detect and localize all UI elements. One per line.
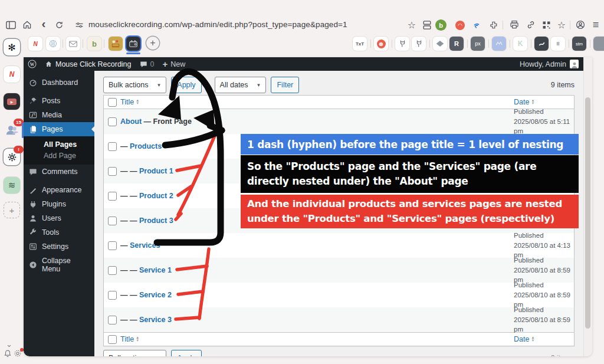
fork-tab-1[interactable] (395, 37, 409, 51)
sidebar-item-settings[interactable]: Settings (24, 240, 94, 254)
row-checkbox[interactable] (108, 316, 117, 324)
bookmark-all-icon[interactable]: ☆ (556, 19, 567, 31)
row-checkbox[interactable] (108, 192, 117, 201)
copy-link-icon[interactable] (525, 19, 537, 31)
row-checkbox[interactable] (108, 291, 117, 300)
print-icon[interactable] (508, 19, 520, 31)
chevron-down-icon[interactable]: ⌄ (6, 340, 12, 349)
settings-gear-icon[interactable] (14, 349, 22, 360)
row-checkbox[interactable] (108, 241, 117, 250)
pause-tab[interactable]: II (551, 37, 565, 51)
extension-orange-icon[interactable]: ◠ (455, 21, 465, 30)
people-dock-icon[interactable]: 15 (4, 122, 20, 138)
dates-filter-select[interactable]: All dates▼ (215, 77, 267, 93)
extensions-puzzle-icon[interactable] (487, 19, 499, 31)
sidebar-item-tools[interactable]: Tools (24, 225, 94, 240)
bookmark-star-icon[interactable]: ☆ (406, 19, 418, 31)
scrollbar-thumb[interactable] (585, 97, 590, 329)
spotify-dock-icon[interactable]: ≋ (4, 177, 20, 194)
page-title-link[interactable]: Product 3 (139, 217, 173, 225)
row-checkbox[interactable] (108, 217, 117, 225)
wp-logo-menu[interactable]: W (24, 57, 41, 71)
row-checkbox[interactable] (108, 117, 117, 126)
sidebar-item-pages[interactable]: Pages (24, 122, 94, 136)
px-tab[interactable]: px (471, 37, 485, 51)
page-title-link[interactable]: Product 1 (139, 167, 173, 175)
blue-app-tab[interactable] (492, 37, 506, 51)
diamond-tab[interactable] (433, 37, 447, 51)
squiggle-tab[interactable] (534, 37, 549, 51)
youtube-dock-icon[interactable]: ▶ (4, 93, 20, 110)
account-menu[interactable]: Howdy, Admin (520, 60, 583, 68)
row-checkbox[interactable] (108, 266, 117, 275)
submenu-add-page[interactable]: Add Page (24, 150, 94, 161)
sidebar-item-users[interactable]: Users (24, 211, 94, 225)
n-app-tab[interactable]: N (28, 37, 42, 51)
add-dock-item-button[interactable]: + (4, 202, 20, 218)
sidebar-item-collapse-menu[interactable]: Collapse Menu (24, 258, 94, 272)
date-sort-link[interactable]: Date▲▼ (514, 98, 574, 106)
url-bar[interactable]: mouseclickrecording.com/wp-admin/edit.ph… (88, 20, 347, 29)
profile-icon[interactable] (575, 19, 586, 31)
comments-admin-link[interactable]: 0 (136, 57, 159, 71)
apply-button[interactable]: Apply (171, 77, 201, 93)
n-dock-icon[interactable]: N (4, 66, 20, 83)
orange-disc-tab[interactable]: ◍ (374, 37, 388, 51)
sidebar-item-posts[interactable]: Posts (24, 94, 94, 108)
back-icon[interactable]: ‹ (38, 18, 50, 29)
date-sort-link[interactable]: Date▲▼ (514, 335, 574, 343)
r-app-tab[interactable]: R (449, 37, 464, 51)
gear-dock-icon[interactable]: ! (4, 149, 20, 165)
game-tab[interactable] (109, 37, 123, 51)
grey-app-tab[interactable] (593, 37, 604, 51)
play-icon: ▶ (7, 99, 17, 105)
site-settings-icon[interactable] (73, 19, 85, 31)
qr-code-icon[interactable] (540, 19, 552, 31)
k-app-tab[interactable]: K (513, 37, 527, 51)
fork-tab-2[interactable] (412, 37, 426, 51)
page-title-link[interactable]: About (120, 117, 142, 126)
site-name-link[interactable]: Mouse Click Recording (41, 57, 136, 71)
mail-tab[interactable] (66, 37, 80, 51)
circle-app-tab[interactable] (46, 37, 60, 51)
sidebar-item-comments[interactable]: Comments (24, 165, 94, 179)
sidebar-item-appearance[interactable]: Appearance (24, 183, 94, 197)
bulk-actions-select[interactable]: Bulk actions▼ (103, 77, 166, 93)
title-sort-link[interactable]: Title▲▼ (120, 335, 514, 343)
page-title-link[interactable]: Services (130, 241, 160, 250)
browser-profile-avatar[interactable]: b (435, 19, 447, 31)
stm-tab[interactable]: stm (572, 37, 586, 51)
media-icon (29, 111, 37, 119)
select-all-checkbox[interactable] (108, 335, 117, 344)
apply-button-bottom[interactable]: Apply (171, 350, 201, 356)
page-title-link[interactable]: Product 2 (139, 192, 173, 200)
sidebar-item-dashboard[interactable]: Dashboard (24, 76, 94, 90)
sidebar-item-media[interactable]: Media (24, 108, 94, 122)
cast-icon[interactable] (471, 19, 482, 31)
reload-icon[interactable] (53, 19, 65, 31)
select-all-checkbox[interactable] (108, 98, 117, 107)
page-title-link[interactable]: Service 1 (139, 266, 172, 274)
page-title-link[interactable]: Service 2 (139, 291, 172, 299)
title-sort-link[interactable]: Title▲▼ (120, 98, 514, 106)
row-checkbox[interactable] (108, 167, 117, 176)
b-app-tab[interactable]: b (87, 37, 101, 51)
filter-button[interactable]: Filter (271, 77, 299, 93)
new-content-button[interactable]: + New (158, 57, 189, 71)
sidebar-toggle-icon[interactable] (5, 19, 17, 31)
split-tab-icon[interactable] (421, 19, 433, 31)
submenu-all-pages[interactable]: All Pages (24, 139, 94, 150)
row-checkbox[interactable] (108, 142, 117, 151)
txt-tab[interactable]: TxT (353, 37, 367, 51)
page-scrollbar[interactable] (583, 57, 592, 356)
wordpress-pages-tab-selected[interactable] (126, 37, 140, 51)
bulk-actions-select-bottom[interactable]: Bulk actions▼ (103, 350, 166, 356)
page-title-link[interactable]: Service 3 (139, 316, 172, 324)
sidebar-item-plugins[interactable]: Plugins (24, 197, 94, 211)
chatgpt-dock-icon[interactable]: ✻ (4, 39, 20, 55)
new-tab-button[interactable]: + (146, 37, 159, 50)
page-title-link[interactable]: Products (130, 142, 162, 150)
home-icon[interactable] (21, 19, 33, 31)
browser-menu-icon[interactable]: ≡ (590, 19, 602, 31)
bell-icon[interactable] (4, 349, 12, 360)
